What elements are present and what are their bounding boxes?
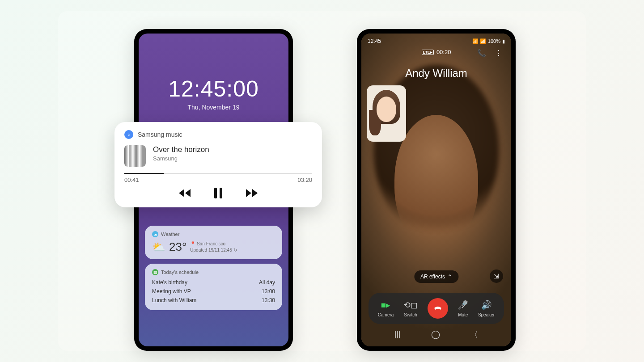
album-art [124, 145, 146, 167]
nav-back[interactable]: 〈 [463, 328, 485, 342]
time-elapsed: 00:41 [124, 177, 139, 183]
song-title: Over the horizon [153, 145, 209, 154]
end-call-button[interactable] [428, 298, 448, 319]
schedule-card[interactable]: ▦Today's schedule Kate's birthdayAll day… [145, 264, 282, 310]
lockscreen-clock: 12:45:00 Thu, November 19 [139, 34, 288, 111]
schedule-row: Meeting with VP13:00 [152, 287, 275, 296]
svg-rect-0 [214, 188, 217, 198]
status-time: 12:45 [368, 38, 381, 44]
nav-bar: ||| ◯ 〈 [361, 328, 511, 342]
weather-title: Weather [161, 232, 179, 237]
song-artist: Samsung [153, 155, 209, 162]
weather-loc: 📍 San Francisco [190, 241, 237, 247]
svg-rect-1 [220, 188, 222, 198]
switch-icon: ⟲◻ [403, 300, 418, 310]
sun-cloud-icon: ⛅ [152, 241, 165, 253]
weather-updated: Updated 19/11 12:45 [190, 248, 232, 253]
weather-icon: ☁ [152, 231, 158, 237]
ar-effects-button[interactable]: AR effects⌃ [414, 270, 458, 283]
minimize-button[interactable]: ⇲ [490, 269, 503, 283]
status-icons: 📶 📶 100% ▮ [472, 38, 505, 44]
marketing-stage: 12:45:00 Thu, November 19 ☁Weather ⛅ 23°… [58, 11, 586, 351]
schedule-title: Today's schedule [161, 269, 199, 275]
speaker-button[interactable]: 🔊Speaker [478, 300, 495, 317]
rewind-button[interactable] [178, 188, 191, 198]
videocall-screen: 12:45 📶 📶 100% ▮ LTE▸ 00:20 📞 ⋮ Andy Wil… [361, 34, 511, 346]
weather-card[interactable]: ☁Weather ⛅ 23° 📍 San Francisco Updated 1… [145, 226, 282, 259]
self-preview[interactable] [367, 85, 406, 142]
camera-button[interactable]: ■▸Camera [378, 300, 394, 317]
speaker-icon: 🔊 [481, 300, 492, 310]
voice-call-icon[interactable]: 📞 [477, 49, 486, 57]
time-total: 03:20 [297, 177, 312, 183]
weather-temp: 23° [169, 240, 186, 254]
lte-badge: LTE▸ [422, 50, 434, 55]
music-app-icon: ♪ [124, 130, 133, 139]
lockscreen-date: Thu, November 19 [139, 104, 288, 111]
more-icon[interactable]: ⋮ [495, 49, 502, 57]
pause-button[interactable] [214, 188, 223, 198]
nav-home[interactable]: ◯ [424, 328, 447, 342]
lockscreen-time: 12:45:00 [139, 76, 288, 102]
schedule-row: Kate's birthdayAll day [152, 278, 275, 287]
lockscreen-widgets: ☁Weather ⛅ 23° 📍 San Francisco Updated 1… [145, 226, 282, 315]
music-notification[interactable]: ♪ Samsung music Over the horizon Samsung… [114, 122, 322, 207]
forward-button[interactable] [245, 188, 258, 198]
progress-played [124, 173, 164, 174]
camera-icon: ■▸ [381, 300, 390, 310]
switch-button[interactable]: ⟲◻Switch [403, 300, 418, 317]
mute-icon: 🎤̸ [458, 300, 468, 310]
progress-track[interactable] [124, 173, 312, 174]
status-bar: 12:45 📶 📶 100% ▮ [361, 34, 511, 49]
call-duration: 00:20 [436, 49, 451, 55]
nav-recents[interactable]: ||| [387, 328, 408, 342]
calendar-icon: ▦ [152, 269, 158, 275]
caller-name: Andy William [361, 67, 511, 80]
phone-videocall: 12:45 📶 📶 100% ▮ LTE▸ 00:20 📞 ⋮ Andy Wil… [357, 29, 516, 351]
call-controls: ■▸Camera ⟲◻Switch 🎤̸Mute 🔊Speaker [369, 293, 504, 324]
chevron-up-icon: ⌃ [448, 274, 452, 280]
schedule-row: Lunch with William13:30 [152, 296, 275, 305]
music-app-name: Samsung music [138, 131, 182, 138]
mute-button[interactable]: 🎤̸Mute [458, 300, 468, 317]
